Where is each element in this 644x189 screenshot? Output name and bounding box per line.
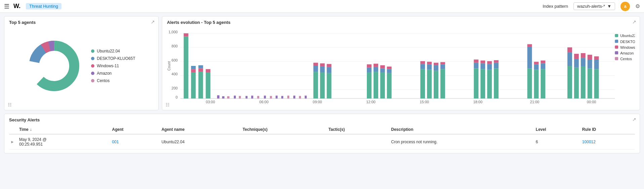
svg-rect-42 — [234, 96, 236, 99]
svg-rect-30 — [184, 33, 188, 37]
td-tactics — [325, 134, 388, 150]
page-title: Threat Hunting — [26, 3, 61, 9]
svg-rect-107 — [541, 63, 545, 69]
index-pattern-value: wazuh-alerts-* — [577, 4, 605, 9]
td-agent[interactable]: 001 — [109, 134, 158, 150]
th-tactics[interactable]: Tactic(s) — [325, 125, 388, 134]
svg-rect-66 — [367, 64, 372, 68]
th-time[interactable]: Time ↓ — [16, 125, 109, 134]
svg-rect-118 — [588, 69, 592, 99]
svg-rect-89 — [474, 63, 478, 69]
svg-rect-105 — [534, 62, 539, 65]
svg-rect-77 — [420, 64, 425, 69]
svg-rect-61 — [327, 73, 332, 99]
bar-list-icon[interactable]: ☷ — [166, 102, 170, 107]
svg-rect-59 — [320, 67, 325, 72]
legend-item-centos: Centos — [91, 78, 135, 83]
svg-rect-51 — [287, 96, 289, 99]
svg-rect-35 — [199, 69, 203, 72]
svg-rect-54 — [305, 96, 307, 99]
avatar[interactable]: a — [620, 2, 630, 11]
svg-rect-86 — [440, 64, 445, 69]
td-rule-id[interactable]: 100012 — [579, 134, 635, 150]
svg-rect-52 — [293, 96, 295, 99]
svg-rect-113 — [574, 59, 579, 68]
table-expand-icon[interactable]: ↗ — [632, 117, 636, 122]
svg-rect-44 — [246, 96, 248, 99]
svg-rect-62 — [327, 67, 332, 73]
settings-icon[interactable]: ⚙ — [635, 3, 640, 9]
svg-rect-81 — [427, 62, 432, 65]
svg-rect-47 — [264, 96, 266, 99]
hamburger-icon[interactable]: ☰ — [4, 3, 9, 10]
top5-agents-panel: Top 5 agents ↗ — [4, 16, 159, 110]
svg-rect-98 — [494, 63, 499, 69]
th-expand — [9, 125, 16, 134]
row-expand-button[interactable]: ► — [9, 134, 16, 150]
svg-rect-71 — [380, 69, 385, 72]
svg-rect-91 — [480, 69, 485, 99]
th-description[interactable]: Description — [388, 125, 532, 134]
charts-row: Top 5 agents ↗ — [4, 16, 640, 110]
donut-expand-icon[interactable]: ↗ — [151, 19, 155, 25]
svg-rect-55 — [313, 72, 318, 99]
svg-rect-117 — [581, 53, 586, 58]
svg-rect-114 — [574, 54, 579, 59]
legend-item-desktop: DESKTOP-KLUO65T — [91, 56, 135, 61]
svg-rect-29 — [184, 37, 188, 99]
svg-text:600: 600 — [172, 58, 178, 62]
svg-rect-104 — [534, 64, 539, 70]
main-content: Top 5 agents ↗ — [0, 13, 644, 157]
svg-rect-99 — [494, 60, 499, 63]
svg-rect-87 — [440, 62, 445, 65]
svg-rect-49 — [275, 96, 277, 99]
svg-rect-83 — [434, 65, 438, 71]
svg-rect-72 — [380, 65, 385, 69]
svg-rect-40 — [222, 96, 224, 99]
svg-rect-74 — [387, 69, 392, 73]
svg-rect-33 — [191, 66, 196, 69]
th-rule-id[interactable]: Rule ID — [579, 125, 635, 134]
donut-content: Ubuntu22.04 DESKTOP-KLUO65T Windows-11 A… — [9, 28, 154, 104]
td-time: May 9, 2024 @00:25:49.951 — [16, 134, 109, 150]
logo: W. — [13, 3, 20, 10]
svg-text:DESKTOP-KLUO65T: DESKTOP-KLUO65T — [620, 40, 635, 44]
bar-expand-icon[interactable]: ↗ — [632, 19, 636, 25]
index-pattern-select[interactable]: wazuh-alerts-* ▼ — [573, 2, 615, 10]
th-level[interactable]: Level — [532, 125, 579, 134]
svg-rect-60 — [320, 63, 325, 67]
svg-rect-75 — [387, 67, 392, 69]
legend-label-windows: Windows-11 — [97, 64, 119, 68]
svg-text:Amazon: Amazon — [620, 51, 634, 55]
svg-rect-45 — [251, 96, 253, 99]
th-agent[interactable]: Agent — [109, 125, 158, 134]
table-row: ► May 9, 2024 @00:25:49.951 001 Ubuntu22… — [9, 134, 635, 150]
svg-rect-126 — [615, 40, 618, 43]
th-agent-name[interactable]: Agent name — [158, 125, 240, 134]
security-alerts-panel: ↗ Security Alerts Time ↓ Agent Agent na — [4, 114, 640, 153]
th-techniques[interactable]: Technique(s) — [239, 125, 325, 134]
bar-chart-wrap: 1,000 800 600 400 200 0 Count — [167, 28, 635, 104]
legend-label-amazon: Amazon — [97, 71, 112, 76]
th-time-label: Time — [19, 127, 29, 132]
donut-list-icon[interactable]: ☷ — [8, 102, 12, 107]
svg-rect-34 — [199, 72, 203, 99]
svg-text:15:00: 15:00 — [420, 100, 429, 104]
svg-rect-70 — [380, 72, 385, 99]
svg-rect-102 — [527, 44, 532, 47]
svg-text:09:00: 09:00 — [313, 100, 322, 104]
svg-rect-128 — [615, 45, 618, 49]
svg-text:200: 200 — [172, 86, 178, 90]
legend-label-ubuntu: Ubuntu22.04 — [97, 49, 120, 53]
svg-rect-94 — [487, 70, 492, 99]
topnav: ☰ W. Threat Hunting Index pattern wazuh-… — [0, 0, 644, 13]
svg-rect-93 — [480, 61, 485, 64]
svg-text:00:00: 00:00 — [587, 100, 596, 104]
svg-rect-53 — [299, 96, 301, 99]
svg-rect-110 — [567, 52, 572, 66]
svg-rect-88 — [474, 69, 478, 99]
svg-text:Count: Count — [167, 61, 171, 71]
svg-rect-84 — [434, 63, 438, 66]
table-header-row: Time ↓ Agent Agent name Technique(s) Tac… — [9, 125, 635, 134]
svg-text:06:00: 06:00 — [259, 100, 268, 104]
